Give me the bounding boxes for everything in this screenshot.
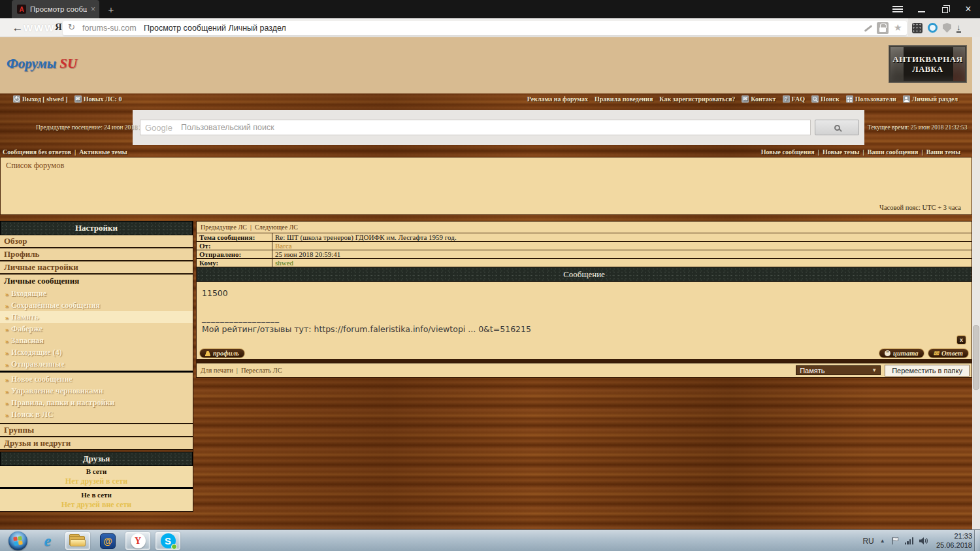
bullet-icon: »	[5, 337, 8, 344]
next-pm-link[interactable]: Следующее ЛС	[255, 224, 298, 231]
sidebar-item-overview[interactable]: Обзор	[0, 235, 193, 248]
turbo-icon[interactable]	[864, 25, 873, 32]
sidebar-item-new-message[interactable]: »Новое сообщение	[0, 373, 193, 385]
field-label: Отправлено:	[197, 250, 272, 258]
sidebar-item-memory[interactable]: »Память	[0, 311, 193, 323]
scrollbar-thumb[interactable]	[973, 325, 979, 390]
scrollbar[interactable]	[972, 37, 980, 529]
new-topics-link[interactable]: Новые темы	[823, 148, 860, 156]
volume-icon[interactable]	[919, 537, 929, 545]
sidebar-item-reserve[interactable]: »Запасная	[0, 335, 193, 346]
refresh-icon[interactable]: ↻	[68, 22, 75, 32]
item-label: Поиск в ЛС	[11, 410, 54, 420]
google-search-input[interactable]	[140, 120, 811, 135]
taskbar-ie[interactable]: e	[35, 532, 60, 550]
taskbar-clock[interactable]: 21:33 25.06.2018	[936, 532, 972, 550]
browser-tab[interactable]: A Просмотр сообщений Л ×	[12, 0, 99, 18]
faq-icon: ?	[783, 95, 790, 103]
active-topics-link[interactable]: Активные темы	[79, 148, 127, 156]
download-icon[interactable]: ↓	[956, 24, 961, 33]
restore-button[interactable]	[933, 0, 956, 18]
nav-register[interactable]: Как зарегистрироваться?	[659, 95, 735, 103]
search-button[interactable]	[815, 120, 859, 135]
logout-label: Выход [ shwed ]	[22, 95, 68, 103]
offline-empty-text: Нет друзей вне сети	[0, 499, 193, 510]
sidebar-item-sent[interactable]: »Отправленные	[0, 358, 193, 370]
search-band: Предыдущее посещение: 24 июн 2018 23:14:…	[0, 104, 972, 147]
action-center-flag-icon[interactable]	[891, 537, 899, 545]
signature-divider: _________________	[202, 314, 966, 323]
sidebar-item-saved[interactable]: »Сохранённые сообщения	[0, 299, 193, 311]
recipient-link[interactable]: shwed	[272, 259, 293, 267]
lock-icon[interactable]	[877, 22, 889, 34]
sidebar-item-rules-folders[interactable]: »Правила, папки и настройки	[0, 397, 193, 409]
separator: |	[863, 148, 864, 156]
close-icon: ×	[965, 3, 971, 15]
taskbar-skype[interactable]: S	[155, 532, 180, 550]
start-button[interactable]	[5, 532, 30, 550]
new-messages-link[interactable]: Новые сообщения	[761, 148, 815, 156]
sidebar-item-inbox[interactable]: »Входящие	[0, 288, 193, 299]
tab-close-icon[interactable]: ×	[91, 5, 95, 14]
show-desktop-button[interactable]	[974, 530, 980, 551]
shield-icon[interactable]	[943, 23, 951, 33]
board-index-link[interactable]: Список форумов	[6, 161, 64, 171]
sidebar-item-outbox[interactable]: »Исходящие (4)	[0, 346, 193, 358]
omnibox[interactable]: ↻ forums-su.com Просмотр сообщений Личны…	[63, 21, 907, 35]
message-panel: Предыдущее ЛС | Следующее ЛС Тема сообще…	[196, 221, 972, 378]
nav-search[interactable]: Поиск	[811, 95, 840, 103]
delete-pm-button[interactable]: x	[956, 335, 966, 344]
extensions-area: ↓	[908, 18, 980, 37]
bullet-icon: »	[5, 361, 8, 368]
bookmark-star-icon[interactable]: ★	[894, 22, 902, 33]
nav-rules[interactable]: Правила поведения	[595, 95, 653, 103]
tray-expand-icon[interactable]: ▲	[880, 538, 885, 544]
sender-link[interactable]: Barca	[272, 242, 292, 250]
sidebar-item-groups[interactable]: Группы	[0, 424, 193, 437]
taskbar-explorer[interactable]	[65, 532, 90, 550]
sidebar-item-drafts[interactable]: »Управление черновиками	[0, 385, 193, 397]
folder-select[interactable]: Память ▼	[796, 365, 881, 375]
nav-label: Личный раздел	[912, 95, 958, 103]
antique-shop-banner[interactable]: АНТИКВАРНАЯ ЛАВКА	[889, 45, 967, 83]
prev-next-bar: Предыдущее ЛС | Следующее ЛС	[197, 222, 972, 233]
nav-ucp[interactable]: Личный раздел	[903, 95, 958, 103]
nav-faq[interactable]: ?FAQ	[783, 95, 805, 103]
quote-button[interactable]: ” цитата	[879, 348, 924, 358]
address-bar: ← WWW Я ↻ forums-su.com Просмотр сообщен…	[0, 18, 980, 37]
sidebar-item-faberge[interactable]: »Фаберже	[0, 323, 193, 335]
sidebar-item-profile[interactable]: Профиль	[0, 248, 193, 261]
forward-link[interactable]: Переслать ЛС	[241, 367, 282, 374]
extension-icon[interactable]	[912, 23, 923, 33]
new-tab-button[interactable]: +	[105, 3, 118, 16]
logout-link[interactable]: Выход [ shwed ]	[13, 95, 68, 103]
your-messages-link[interactable]: Ваши сообщения	[868, 148, 919, 156]
your-topics-link[interactable]: Ваши темы	[926, 148, 960, 156]
language-indicator[interactable]: RU	[862, 537, 874, 546]
mailru-agent-icon[interactable]	[928, 23, 938, 33]
previous-pm-link[interactable]: Предыдущее ЛС	[201, 224, 247, 231]
profile-button[interactable]: профиль	[199, 348, 245, 358]
browser-menu-button[interactable]	[886, 0, 909, 18]
move-to-folder-button[interactable]: Переместить в папку	[885, 365, 970, 376]
close-window-button[interactable]: ×	[956, 0, 980, 18]
minimize-button[interactable]	[909, 0, 933, 18]
sidebar-item-prefs[interactable]: Личные настройки	[0, 261, 193, 275]
signature-link[interactable]: https://forum.faleristika.info/viewtopi …	[314, 324, 531, 334]
nav-contact[interactable]: ✉Контакт	[742, 95, 776, 103]
item-label: Правила, папки и настройки	[11, 398, 114, 408]
taskbar-mailru[interactable]: @	[95, 532, 120, 550]
new-pm-link[interactable]: ✉Новых ЛС: 0	[74, 95, 122, 103]
envelope-icon: ✉	[934, 350, 939, 357]
site-logo[interactable]: ФорумыSU	[7, 56, 77, 72]
network-signal-icon[interactable]	[905, 537, 913, 544]
reply-button[interactable]: ✉ Ответ	[928, 348, 969, 358]
taskbar-yandex-browser[interactable]: Y	[125, 532, 150, 550]
nav-advert[interactable]: Реклама на форумах	[527, 95, 588, 103]
sidebar-item-friends-foes[interactable]: Друзья и недруги	[0, 437, 193, 450]
sidebar-item-pm-search[interactable]: »Поиск в ЛС	[0, 409, 193, 420]
watermark-text: WWW	[24, 22, 55, 33]
nav-members[interactable]: Пользователи	[846, 95, 896, 103]
unanswered-link[interactable]: Сообщения без ответов	[3, 148, 71, 156]
print-link[interactable]: Для печати	[201, 367, 233, 374]
